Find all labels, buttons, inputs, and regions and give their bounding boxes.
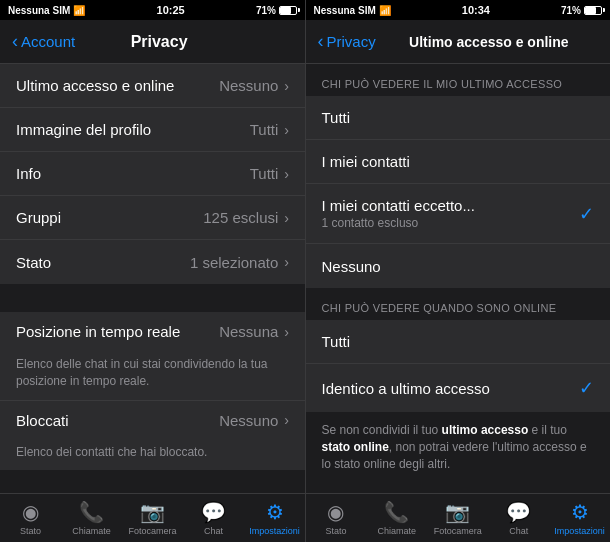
right-nav-title: Ultimo accesso e online (380, 34, 598, 50)
right-battery: 71% (561, 5, 602, 16)
option-miei-contatti[interactable]: I miei contatti (306, 140, 611, 184)
right-panel: Nessuna SIM 📶 10:34 71% ‹ Privacy Ultimo… (306, 0, 611, 542)
left-battery: 71% (256, 5, 297, 16)
right-tab-bar: ◉ Stato 📞 Chiamate 📷 Fotocamera 💬 Chat ⚙… (306, 493, 611, 542)
left-nav-bar: ‹ Account Privacy (0, 20, 305, 64)
tab-impostazioni[interactable]: ⚙ Impostazioni (244, 494, 305, 542)
right-status-bar: Nessuna SIM 📶 10:34 71% (306, 0, 611, 20)
section1-title: CHI PUÒ VEDERE IL MIO ULTIMO ACCESSO (306, 64, 611, 96)
option-tutti-1[interactable]: Tutti (306, 96, 611, 140)
section-effimeri-header: MESSAGGI EFFIMERI (0, 476, 305, 493)
privacy-group-2: Posizione in tempo reale Nessuna › Elenc… (0, 312, 305, 470)
privacy-group-1: Ultimo accesso e online Nessuno › Immagi… (0, 64, 305, 284)
back-chevron-icon: ‹ (318, 31, 324, 52)
back-label: Account (21, 33, 75, 50)
checkmark-icon: ✓ (579, 203, 594, 225)
tab-stato[interactable]: ◉ Stato (0, 494, 61, 542)
left-nav-title: Privacy (75, 33, 243, 51)
privacy-section-2: Posizione in tempo reale Nessuna › Elenc… (0, 312, 305, 470)
chiamate-icon: 📞 (79, 500, 104, 524)
back-label: Privacy (327, 33, 376, 50)
row-bloccati[interactable]: Bloccati Nessuno › (0, 400, 305, 444)
tab-chat[interactable]: 💬 Chat (183, 494, 244, 542)
chat-icon: 💬 (201, 500, 226, 524)
option-identico[interactable]: Identico a ultimo accesso ✓ (306, 364, 611, 412)
chevron-icon: › (284, 324, 289, 340)
posizione-description: Elenco delle chat in cui stai condividen… (0, 356, 305, 400)
left-content: Ultimo accesso e online Nessuno › Immagi… (0, 64, 305, 493)
tab-chat-r[interactable]: 💬 Chat (488, 494, 549, 542)
tab-chiamate[interactable]: 📞 Chiamate (61, 494, 122, 542)
impostazioni-icon: ⚙ (266, 500, 284, 524)
separator-1 (0, 284, 305, 312)
fotocamera-icon: 📷 (445, 500, 470, 524)
option-miei-contatti-eccetto[interactable]: I miei contatti eccetto... 1 contatto es… (306, 184, 611, 244)
fotocamera-icon: 📷 (140, 500, 165, 524)
row-ultimo-accesso[interactable]: Ultimo accesso e online Nessuno › (0, 64, 305, 108)
stato-icon: ◉ (22, 500, 39, 524)
right-back-button[interactable]: ‹ Privacy (318, 31, 376, 52)
options-group-2: Tutti Identico a ultimo accesso ✓ (306, 320, 611, 412)
wifi-icon: 📶 (73, 5, 85, 16)
section2-title: CHI PUÒ VEDERE QUANDO SONO ONLINE (306, 288, 611, 320)
row-posizione[interactable]: Posizione in tempo reale Nessuna › (0, 312, 305, 356)
chiamate-icon: 📞 (384, 500, 409, 524)
checkmark-icon: ✓ (579, 377, 594, 399)
tab-chiamate-r[interactable]: 📞 Chiamate (366, 494, 427, 542)
right-nav-bar: ‹ Privacy Ultimo accesso e online (306, 20, 611, 64)
battery-icon (279, 6, 297, 15)
left-status-bar: Nessuna SIM 📶 10:25 71% (0, 0, 305, 20)
row-immagine[interactable]: Immagine del profilo Tutti › (0, 108, 305, 152)
chevron-icon: › (284, 122, 289, 138)
left-carrier: Nessuna SIM 📶 (8, 5, 85, 16)
tab-fotocamera-r[interactable]: 📷 Fotocamera (427, 494, 488, 542)
stato-icon: ◉ (327, 500, 344, 524)
bloccati-description: Elenco dei contatti che hai bloccato. (0, 444, 305, 471)
chevron-icon: › (284, 254, 289, 270)
privacy-section-1: Ultimo accesso e online Nessuno › Immagi… (0, 64, 305, 284)
wifi-icon: 📶 (379, 5, 391, 16)
info-text: Se non condividi il tuo ultimo accesso e… (306, 412, 611, 486)
chevron-icon: › (284, 166, 289, 182)
chat-label: Chat (509, 526, 528, 536)
left-time: 10:25 (157, 4, 185, 16)
battery-icon (584, 6, 602, 15)
back-chevron-icon: ‹ (12, 31, 18, 52)
option-tutti-2[interactable]: Tutti (306, 320, 611, 364)
right-time: 10:34 (462, 4, 490, 16)
left-tab-bar: ◉ Stato 📞 Chiamate 📷 Fotocamera 💬 Chat ⚙… (0, 493, 305, 542)
chevron-icon: › (284, 412, 289, 428)
options-group-1: Tutti I miei contatti I miei contatti ec… (306, 96, 611, 288)
left-back-button[interactable]: ‹ Account (12, 31, 75, 52)
right-carrier: Nessuna SIM 📶 (314, 5, 391, 16)
chevron-icon: › (284, 78, 289, 94)
impostazioni-icon: ⚙ (571, 500, 589, 524)
tab-fotocamera[interactable]: 📷 Fotocamera (122, 494, 183, 542)
row-info[interactable]: Info Tutti › (0, 152, 305, 196)
option-nessuno-1[interactable]: Nessuno (306, 244, 611, 288)
chevron-icon: › (284, 210, 289, 226)
chat-icon: 💬 (506, 500, 531, 524)
tab-impostazioni-r[interactable]: ⚙ Impostazioni (549, 494, 610, 542)
row-gruppi[interactable]: Gruppi 125 esclusi › (0, 196, 305, 240)
left-panel: Nessuna SIM 📶 10:25 71% ‹ Account Privac… (0, 0, 305, 542)
tab-stato-r[interactable]: ◉ Stato (306, 494, 367, 542)
right-content: CHI PUÒ VEDERE IL MIO ULTIMO ACCESSO Tut… (306, 64, 611, 493)
row-stato[interactable]: Stato 1 selezionato › (0, 240, 305, 284)
